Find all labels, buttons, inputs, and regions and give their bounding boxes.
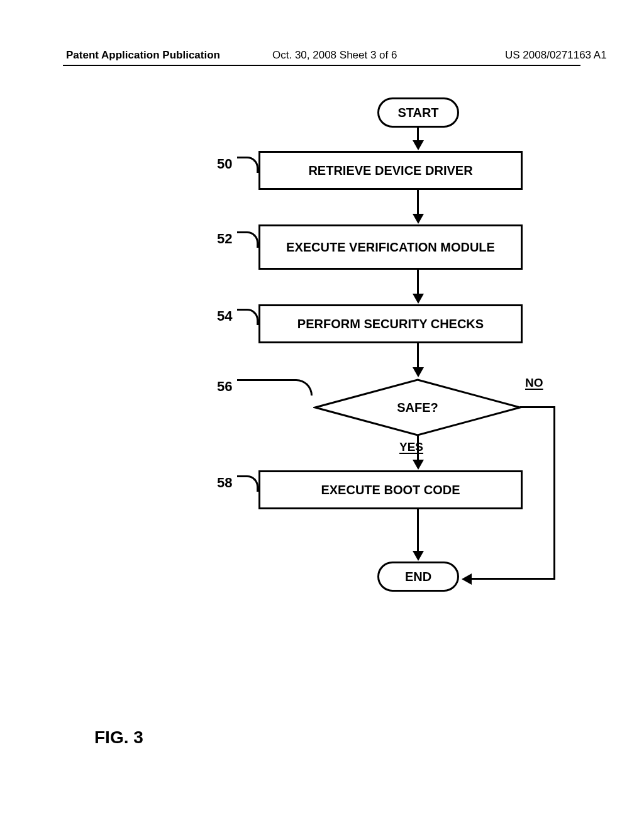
decision-56-label: SAFE? — [397, 401, 438, 415]
connector — [417, 128, 419, 141]
step-50-label: RETRIEVE DEVICE DRIVER — [308, 163, 472, 178]
arrowhead-icon — [413, 551, 424, 561]
step-54-label: PERFORM SECURITY CHECKS — [297, 317, 484, 331]
connector — [417, 436, 419, 461]
arrowhead-icon — [462, 573, 472, 585]
connector — [553, 406, 555, 579]
ref-58: 58 — [217, 475, 232, 491]
edge-yes-label: YES — [399, 440, 423, 454]
ref-56: 56 — [217, 379, 232, 395]
edge-no-label: NO — [525, 376, 543, 390]
end-label: END — [405, 570, 431, 584]
ref-50: 50 — [217, 156, 232, 172]
step-54-box: PERFORM SECURITY CHECKS — [258, 304, 523, 343]
arrowhead-icon — [413, 294, 424, 304]
header-mid: Oct. 30, 2008 Sheet 3 of 6 — [272, 49, 397, 62]
connector — [417, 343, 419, 368]
step-58-label: EXECUTE BOOT CODE — [321, 483, 460, 497]
connector — [417, 190, 419, 215]
step-52-label: EXECUTE VERIFICATION MODULE — [286, 240, 495, 255]
arrowhead-icon — [413, 367, 424, 377]
header-rule — [63, 65, 580, 66]
figure-caption: FIG. 3 — [94, 728, 143, 748]
connector — [417, 270, 419, 295]
ref-54: 54 — [217, 308, 232, 324]
step-50-box: RETRIEVE DEVICE DRIVER — [258, 151, 523, 190]
header-left: Patent Application Publication — [66, 49, 220, 62]
ref-tick-icon — [237, 157, 258, 173]
start-node: START — [377, 97, 459, 128]
arrowhead-icon — [413, 460, 424, 470]
arrowhead-icon — [413, 140, 424, 150]
step-58-box: EXECUTE BOOT CODE — [258, 470, 523, 509]
ref-52: 52 — [217, 231, 232, 247]
end-node: END — [377, 562, 459, 592]
connector — [471, 578, 555, 580]
connector — [520, 406, 555, 408]
ref-tick-icon — [237, 475, 258, 492]
flowchart: START 50 RETRIEVE DEVICE DRIVER 52 EXECU… — [211, 97, 575, 626]
step-52-box: EXECUTE VERIFICATION MODULE — [258, 224, 523, 270]
connector — [417, 509, 419, 552]
header-right: US 2008/0271163 A1 — [505, 49, 607, 62]
decision-56: SAFE? — [313, 378, 522, 437]
start-label: START — [397, 106, 438, 120]
ref-tick-icon — [237, 309, 258, 325]
ref-tick-icon — [237, 231, 258, 248]
arrowhead-icon — [413, 214, 424, 224]
ref-tick-icon — [237, 379, 313, 396]
